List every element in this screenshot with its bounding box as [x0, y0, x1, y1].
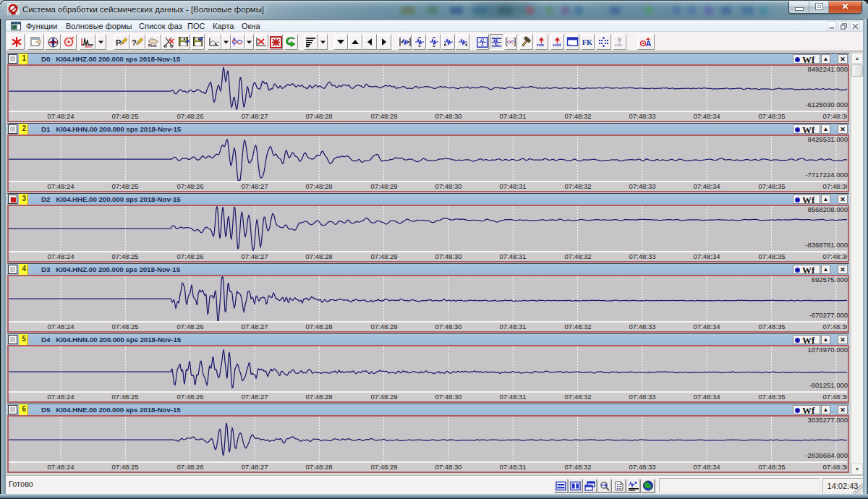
svg-text:wave: wave	[85, 45, 93, 48]
svg-text:P: P	[116, 38, 121, 47]
svg-text:?: ?	[132, 38, 137, 47]
svg-text:reb: reb	[537, 42, 544, 48]
svg-text:wfd: wfd	[553, 42, 561, 48]
svg-text:FK: FK	[582, 38, 592, 46]
svg-text:reb: reb	[615, 42, 622, 48]
svg-text:A: A	[646, 39, 652, 48]
svg-text:Pick: Pick	[148, 43, 157, 48]
